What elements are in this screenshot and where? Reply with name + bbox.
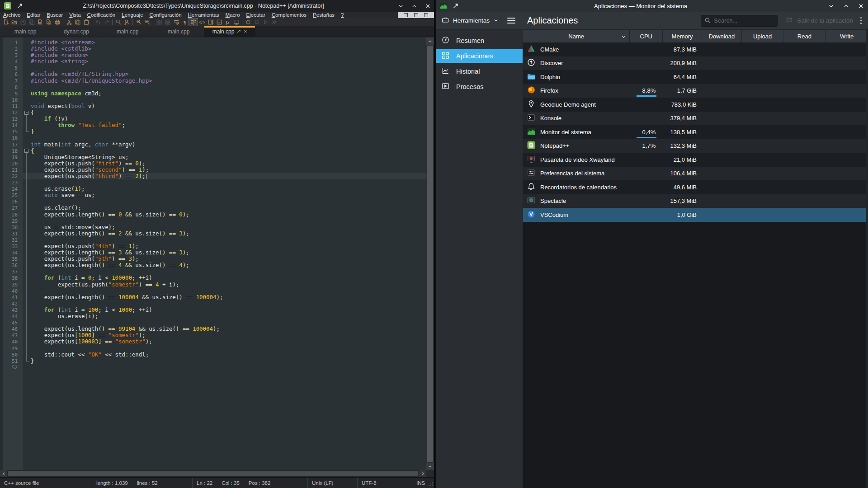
column-header-write[interactable]: Write (826, 30, 868, 42)
pin-icon[interactable] (16, 2, 24, 9)
code-line-46[interactable]: 46 expect(us.length() == 99104 && us.siz… (0, 326, 426, 332)
app-row-preferencias-del-sistema[interactable]: Preferencias del sistema106,4 MiB (523, 167, 868, 181)
code-line-1[interactable]: 1#include <iostream> (0, 39, 426, 46)
code-line-40[interactable]: 40 (0, 288, 426, 294)
close-all-files-icon[interactable] (44, 19, 53, 26)
code-line-49[interactable]: 49 (0, 345, 426, 352)
column-header-download[interactable]: Download (702, 30, 742, 42)
macro-record-icon[interactable] (244, 19, 252, 26)
sort-chevron-down-icon[interactable] (621, 34, 626, 39)
menu-item-archivo[interactable]: Archivo (0, 12, 24, 18)
resize-grip[interactable] (428, 481, 434, 488)
code-line-39[interactable]: 39 expect(us.push("somestr") == 4 + i); (0, 282, 426, 288)
tab-main-cpp-3[interactable]: main.cpp (153, 26, 204, 37)
code-line-28[interactable]: 28 expect(us.length() == 0 && us.size() … (0, 211, 426, 218)
replace-icon[interactable] (123, 19, 131, 26)
sync-vertical-icon[interactable] (155, 19, 163, 26)
app-row-firefox[interactable]: Firefox8,8%1,7 GiB (523, 84, 868, 98)
word-wrap-icon[interactable] (172, 19, 180, 26)
code-line-21[interactable]: 21 expect(us.push("second") == 1); (0, 167, 426, 173)
minimize-icon[interactable] (397, 2, 404, 9)
code-line-34[interactable]: 34 expect(us.length() == 3 && us.size() … (0, 249, 426, 256)
column-header-upload[interactable]: Upload (742, 30, 784, 42)
menu-item-vista[interactable]: Vista (66, 12, 84, 18)
code-line-12[interactable]: 12{ (0, 109, 426, 116)
sync-horizontal-icon[interactable] (163, 19, 172, 26)
scroll-up-icon[interactable] (426, 38, 434, 45)
tools-menu-button[interactable]: Herramientas (442, 16, 498, 25)
sysmon-titlebar[interactable]: Aplicaciones — Monitor del sistema (436, 0, 868, 12)
tab-main-cpp-2[interactable]: main.cpp (102, 26, 153, 37)
app-row-dolphin[interactable]: Dolphin64,4 MiB (523, 70, 868, 84)
column-header-cpu[interactable]: CPU (630, 30, 663, 42)
paste-icon[interactable] (82, 19, 90, 26)
horizontal-scrollbar-thumb[interactable] (8, 471, 418, 476)
menu-item-lenguaje[interactable]: Lenguaje (118, 12, 146, 18)
copy-icon[interactable] (73, 19, 82, 26)
overflow-menu-icon[interactable] (860, 17, 862, 24)
fold-collapse-icon[interactable] (24, 111, 28, 115)
menu-item-configuraci-n[interactable]: Configuración (146, 12, 185, 18)
code-line-2[interactable]: 2#include <cstdlib> (0, 46, 426, 52)
scroll-left-icon[interactable] (0, 470, 7, 477)
scroll-right-icon[interactable] (419, 470, 426, 477)
menu-item-complementos[interactable]: Complementos (269, 12, 310, 18)
tab-main-cpp-4[interactable]: main.cpp× (204, 26, 255, 37)
code-line-52[interactable]: 52 (0, 364, 426, 371)
sidebar-item-historial[interactable]: Historial (436, 65, 523, 78)
pin-icon[interactable] (452, 2, 459, 9)
status-insert-mode[interactable]: INS (412, 478, 427, 488)
save-icon[interactable] (19, 19, 27, 26)
horizontal-scrollbar[interactable] (0, 470, 434, 477)
code-line-7[interactable]: 7#include <cm3d/TL/UniqueStorage.hpp> (0, 78, 426, 84)
code-line-27[interactable]: 27 us.clear(); (0, 205, 426, 211)
menu-item-editar[interactable]: Editar (24, 12, 43, 18)
code-line-10[interactable]: 10 (0, 97, 426, 103)
code-line-16[interactable]: 16 (0, 135, 426, 141)
code-line-19[interactable]: 19 UniqueStorage<String> us; (0, 154, 426, 160)
tab-dynarr-cpp-1[interactable]: dynarr.cpp (51, 26, 102, 37)
code-line-32[interactable]: 32 (0, 237, 426, 243)
code-line-6[interactable]: 6#include <cm3d/TL/String.hpp> (0, 71, 426, 77)
code-line-22[interactable]: 22 expect(us.push("third") == 2); (0, 173, 426, 179)
code-line-43[interactable]: 43 for (int i = 100; i < 1000; ++i) (0, 307, 426, 313)
close-icon[interactable] (857, 2, 864, 9)
zoom-out-icon[interactable] (143, 19, 151, 26)
code-line-25[interactable]: 25 auto save = us; (0, 192, 426, 198)
redo-icon[interactable] (102, 19, 111, 26)
app-row-konsole[interactable]: Konsole379,4 MiB (523, 112, 868, 126)
code-line-37[interactable]: 37 (0, 268, 426, 275)
code-line-31[interactable]: 31 expect(us.length() == 2 && us.size() … (0, 230, 426, 237)
code-line-3[interactable]: 3#include <random> (0, 52, 426, 58)
app-row-cmake[interactable]: CMake87,3 MiB (523, 42, 868, 56)
file-monitoring-icon[interactable] (232, 19, 241, 26)
menu-item-macro[interactable]: Macro (222, 12, 243, 18)
find-icon[interactable] (114, 19, 123, 26)
app-row-recordatorios-de-calendarios[interactable]: Recordatorios de calendarios49,6 MiB (523, 180, 868, 194)
code-line-14[interactable]: 14 throw "Test failed"; (0, 122, 426, 128)
save-all-icon[interactable] (27, 19, 36, 26)
macro-stop-icon[interactable] (252, 19, 261, 26)
sidebar-item-resumen[interactable]: Resumen (436, 34, 523, 47)
code-line-38[interactable]: 38 for (int i = 0; i < 100000; ++i) (0, 275, 426, 281)
new-file-icon[interactable] (1, 19, 10, 26)
code-line-20[interactable]: 20 expect(us.push("first") == 0); (0, 160, 426, 167)
maximize-icon[interactable] (410, 2, 418, 9)
show-all-characters-icon[interactable]: ¶ (180, 19, 189, 26)
close-icon[interactable] (424, 2, 431, 9)
open-folder-icon[interactable] (10, 19, 19, 26)
app-row-geoclue-demo-agent[interactable]: Geoclue Demo agent783,0 KiB (523, 98, 868, 112)
sidebar-item-aplicaciones[interactable]: Aplicaciones (436, 49, 523, 63)
app-row-pasarela-de-v-deo-xwayland[interactable]: Pasarela de vídeo Xwayland21,0 MiB (523, 153, 868, 167)
column-header-read[interactable]: Read (783, 30, 826, 42)
undo-icon[interactable] (94, 19, 102, 26)
app-row-monitor-del-sistema[interactable]: Monitor del sistema0,4%138,5 MiB (523, 125, 868, 139)
code-line-51[interactable]: 51} (0, 358, 426, 364)
document-map-icon[interactable] (206, 19, 215, 26)
macro-play-icon[interactable] (261, 19, 269, 26)
code-editor[interactable]: 1#include <iostream>2#include <cstdlib>3… (0, 38, 434, 470)
indent-guide-icon[interactable] (189, 19, 198, 26)
print-icon[interactable] (53, 19, 61, 26)
code-line-33[interactable]: 33 expect(us.push("4th") == 1); (0, 243, 426, 249)
menu-item-pesta-as[interactable]: Pestañas (310, 12, 338, 18)
